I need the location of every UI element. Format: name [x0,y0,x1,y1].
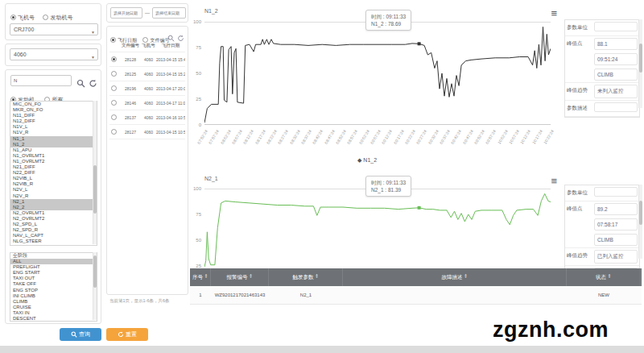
aircraft-filter-box: 飞机号 发动机号 CRJ700 ▼ [5,3,101,40]
sort-icon[interactable]: ▲▼ [250,273,253,278]
alarm-column-header[interactable]: 状态▲▼ [567,268,641,286]
list-option[interactable]: N2V_L [10,187,97,193]
sort-icon[interactable]: ▲▼ [608,273,611,278]
line-plot[interactable] [204,189,551,268]
tooltip-time: 时间 : 09:11:33 [371,179,406,186]
chart-menu-icon[interactable]: ≡ [551,177,557,185]
file-select-radio[interactable] [111,114,117,120]
list-option[interactable]: N1_OVRLMT2 [10,159,97,164]
file-cell: 2013-04-17 20:02:43 [156,82,185,95]
phase-list-scrollbar[interactable] [93,252,97,320]
file-row[interactable]: 2813740602013-04-16 10:50:48 [109,110,185,125]
file-row[interactable]: 2812840602013-04-15 15:41:38 [109,52,185,67]
list-option[interactable]: ALL [10,259,97,264]
list-option[interactable]: N12_DIFF [10,118,97,124]
list-option[interactable]: TAKE OFF [10,281,97,287]
radio-engine-no[interactable] [43,15,48,20]
alarm-row[interactable]: 1WZ9201217021463143N2_1NEW [190,286,642,305]
line-plot[interactable] [204,22,551,125]
list-option[interactable]: N2_2 [10,205,97,210]
chart-legend[interactable]: ◆ N1_2 [357,157,377,164]
list-option[interactable]: ENG START [10,270,97,276]
sort-icon[interactable]: ▲▼ [464,273,468,278]
file-row[interactable]: 2812740602013-04-15 10:57:28 [109,125,185,139]
list-option[interactable]: N2VIB_R [10,181,97,187]
list-option[interactable]: N1_1 [10,136,97,142]
query-button[interactable]: 查询 [60,328,101,341]
chart-tooltip: 时间 : 09:11:33 N2_1 : 81.39 [365,176,411,197]
list-option[interactable]: TAXI OUT [10,276,97,281]
file-cell: 28128 [120,53,141,66]
list-option[interactable]: N1_APU [10,147,97,153]
tooltip-marker [418,206,421,210]
parameter-list: MIC_ON_FOMKR_ON_FON11_DIFFN12_DIFFN1V_LN… [10,101,97,246]
aircraft-type-select[interactable]: CRJ700 ▼ [10,23,98,35]
y-tick-label: 0 [190,123,201,127]
detail-value: 09:51:24 [594,53,638,65]
detail-row: 参数单位 [565,185,639,201]
list-option[interactable]: N2V_R [10,193,97,199]
file-select-radio[interactable] [111,100,117,106]
list-option[interactable]: NAV_L_CAPT [10,233,97,239]
detail-value: 89.2 [594,203,638,215]
date-end-input[interactable] [152,7,186,19]
reset-button[interactable]: 重置 [106,328,148,341]
file-cell: 2013-04-17 11:09:48 [156,97,185,110]
tooltip-value: N2_1 : 81.39 [371,186,406,193]
list-option[interactable]: PREFLIGHT [10,264,97,270]
refresh-icon[interactable] [89,76,97,90]
list-option[interactable]: NLG_STEER [10,239,97,244]
file-select-radio[interactable] [111,85,117,91]
detail-label: 峰值趋势 [565,248,592,265]
list-option[interactable]: N2_SPD_L [10,222,97,227]
list-option[interactable]: MKR_ON_FO [10,107,97,113]
param-list-scrollbar[interactable] [93,101,97,244]
file-row[interactable]: 2819640602013-04-17 20:02:43 [109,81,185,96]
list-option[interactable]: MIC_ON_FO [10,102,97,107]
alarm-table: 序号▲▼报警编号▲▼触发参数▲▼故障描述▲▼状态▲▼ 1WZ9201217021… [190,268,642,305]
date-start-input[interactable] [110,7,142,19]
list-option[interactable]: N21_DIFF [10,164,97,170]
detail-row: 参数描述 [565,101,639,117]
list-option[interactable]: N2_OVRLMT1 [10,210,97,216]
detail-label: 参数单位 [565,20,592,35]
list-option[interactable]: N1_OVRLMT1 [10,153,97,159]
file-select-radio[interactable] [111,129,117,135]
list-option[interactable]: INI CLIMB [10,293,97,299]
file-row[interactable]: 2812540602013-04-15 15:29:11 [109,67,185,81]
list-option[interactable]: 全阶段 [10,253,97,259]
aircraft-no-select[interactable]: 4060 ▼ [10,48,98,60]
list-option[interactable]: CLIMB [10,299,97,305]
list-option[interactable]: N2VIB_L [10,176,97,181]
list-option[interactable]: N1V_R [10,130,97,135]
detail-label: 峰值点 [565,201,592,247]
file-select-radio[interactable] [111,56,117,62]
list-option[interactable]: N2_OVRLMT2 [10,216,97,222]
list-option[interactable]: N1V_L [10,124,97,130]
chart-menu-icon[interactable]: ≡ [551,10,557,18]
detail-scrollbar[interactable] [638,19,642,108]
alarm-column-header[interactable]: 故障描述▲▼ [343,268,567,286]
list-option[interactable]: TAXI IN [10,310,97,316]
param-search-input[interactable] [10,75,72,86]
query-button-label: 查询 [79,331,90,337]
detail-scrollbar[interactable] [638,185,642,259]
alarm-column-header[interactable]: 序号▲▼ [190,268,211,286]
sort-icon[interactable]: ▲▼ [316,273,319,278]
list-option[interactable]: DESCENT [10,316,97,322]
radio-aircraft-no[interactable] [10,15,16,20]
file-select-radio[interactable] [111,71,117,77]
alarm-column-header[interactable]: 报警编号▲▼ [211,268,269,286]
list-option[interactable]: CRUISE [10,305,97,310]
list-option[interactable]: N11_DIFF [10,113,97,118]
list-option[interactable]: N2_SPD_R [10,227,97,233]
search-icon[interactable] [76,76,85,90]
alarm-column-header[interactable]: 触发参数▲▼ [269,268,343,286]
file-row[interactable]: 2814640602013-04-17 11:09:48 [109,96,185,110]
list-option[interactable]: N2_1 [10,199,97,205]
column-header: 飞机号 [141,39,156,52]
list-option[interactable]: N22_DIFF [10,170,97,176]
sort-icon[interactable]: ▲▼ [204,273,208,278]
list-option[interactable]: N1_2 [10,142,97,147]
list-option[interactable]: ENG STOP [10,288,97,293]
